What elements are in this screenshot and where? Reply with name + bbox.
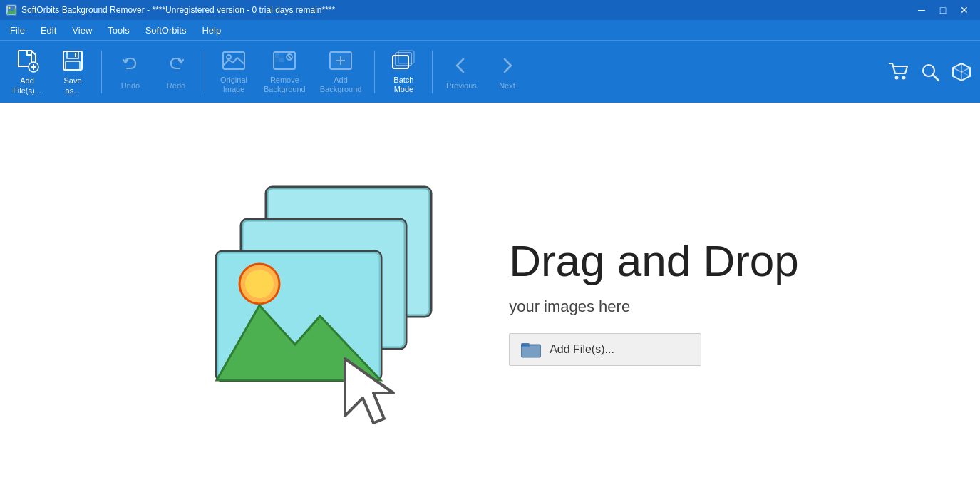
svg-rect-17 (279, 58, 284, 62)
svg-rect-16 (275, 58, 279, 62)
svg-point-27 (895, 76, 899, 79)
app-icon (6, 4, 17, 16)
previous-button[interactable]: Previous (440, 45, 483, 99)
drop-illustration (181, 173, 452, 430)
menu-tools[interactable]: Tools (100, 22, 136, 39)
add-files-main-label: Add File(s)... (550, 343, 614, 356)
titlebar-title: SoftOrbits Background Remover - ****Unre… (21, 5, 335, 15)
cube-icon[interactable] (949, 59, 974, 85)
batch-mode-label: BatchMode (393, 76, 413, 94)
save-as-button[interactable]: Saveas... (51, 45, 94, 99)
add-files-button[interactable]: AddFile(s)... (6, 45, 48, 99)
menu-softorbits[interactable]: SoftOrbits (138, 22, 194, 39)
svg-point-12 (227, 55, 231, 59)
next-button[interactable]: Next (485, 45, 528, 99)
toolbar: AddFile(s)... Saveas... Undo (0, 40, 980, 103)
svg-point-2 (9, 7, 11, 9)
separator-3 (374, 51, 375, 93)
original-image-button[interactable]: OriginalImage (212, 45, 255, 99)
undo-icon (118, 53, 143, 78)
drop-content: Drag and Drop your images here Add File(… (509, 237, 799, 365)
svg-line-19 (287, 55, 292, 59)
svg-rect-14 (275, 53, 279, 58)
add-background-button[interactable]: AddBackground (314, 45, 368, 99)
remove-background-label: RemoveBackground (264, 76, 306, 94)
redo-button[interactable]: Redo (155, 45, 197, 99)
next-label: Next (499, 81, 515, 91)
add-files-icon (14, 48, 40, 73)
menu-help[interactable]: Help (195, 22, 228, 39)
separator-1 (101, 51, 102, 93)
redo-icon (163, 53, 189, 78)
original-image-icon (221, 49, 247, 73)
separator-2 (205, 51, 205, 93)
drag-drop-title: Drag and Drop (509, 237, 799, 285)
titlebar: SoftOrbits Background Remover - ****Unre… (0, 0, 980, 20)
menubar: File Edit View Tools SoftOrbits Help (0, 20, 980, 40)
svg-point-39 (245, 270, 274, 298)
drag-drop-subtitle: your images here (509, 297, 630, 316)
minimize-button[interactable]: ─ (912, 0, 932, 20)
svg-rect-15 (279, 53, 284, 58)
main-content: Drag and Drop your images here Add File(… (0, 103, 980, 500)
original-image-label: OriginalImage (220, 76, 247, 94)
batch-mode-button[interactable]: BatchMode (382, 45, 425, 99)
folder-icon (521, 341, 541, 358)
cart-icon[interactable] (886, 59, 912, 85)
undo-label: Undo (121, 81, 140, 91)
remove-background-icon (272, 49, 297, 73)
previous-icon (448, 53, 474, 78)
add-files-label: AddFile(s)... (13, 76, 41, 95)
menu-view[interactable]: View (65, 22, 99, 39)
undo-button[interactable]: Undo (109, 45, 152, 99)
svg-rect-9 (66, 61, 80, 70)
add-background-label: AddBackground (320, 76, 362, 94)
previous-label: Previous (446, 81, 477, 91)
toolbar-right (886, 59, 974, 85)
svg-point-28 (902, 76, 906, 79)
separator-4 (432, 51, 433, 93)
titlebar-controls: ─ □ ✕ (912, 0, 974, 20)
menu-edit[interactable]: Edit (33, 22, 63, 39)
save-as-label: Saveas... (63, 76, 81, 95)
remove-background-button[interactable]: RemoveBackground (258, 45, 311, 99)
batch-mode-icon (391, 49, 416, 73)
svg-rect-8 (67, 51, 78, 58)
save-as-icon (60, 48, 86, 73)
maximize-button[interactable]: □ (933, 0, 953, 20)
add-files-main-button[interactable]: Add File(s)... (509, 333, 701, 366)
close-button[interactable]: ✕ (954, 0, 974, 20)
svg-line-30 (933, 75, 939, 81)
svg-line-31 (961, 72, 970, 76)
redo-label: Redo (167, 81, 185, 91)
next-icon (494, 53, 520, 78)
svg-rect-7 (63, 51, 82, 70)
menu-file[interactable]: File (3, 22, 32, 39)
search-icon[interactable] (917, 59, 943, 85)
add-background-icon (328, 49, 354, 73)
svg-rect-47 (521, 343, 530, 347)
